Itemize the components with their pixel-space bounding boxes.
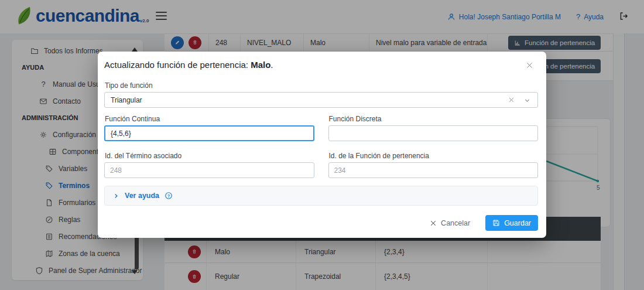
- save-label: Guardar: [504, 219, 531, 227]
- field-funcion-discreta: Función Discreta: [328, 115, 539, 141]
- svg-text:?: ?: [167, 193, 170, 199]
- field-funcion-continua: Función Continua: [104, 115, 314, 141]
- clear-icon[interactable]: [508, 96, 515, 105]
- help-circle-icon: ?: [165, 192, 173, 200]
- field-id-funcion: Id. de la Función de pertenencia: [328, 152, 539, 178]
- field-tipo-de-funcion: Tipo de función Triangular: [104, 81, 538, 108]
- term-id-input[interactable]: [104, 162, 314, 178]
- field-label: Tipo de función: [105, 81, 538, 90]
- update-membership-function-modal: Actualizando función de pertenencia: Mal…: [98, 52, 546, 238]
- field-label: Función Continua: [105, 115, 314, 123]
- cancel-label: Cancelar: [441, 219, 470, 227]
- floppy-icon: [492, 219, 500, 227]
- modal-footer: Cancelar Guardar: [104, 215, 538, 231]
- continuous-function-input[interactable]: [104, 125, 314, 141]
- help-expander[interactable]: Ver ayuda ?: [104, 186, 538, 206]
- chevron-down-icon[interactable]: [523, 97, 531, 106]
- modal-title-prefix: Actualizando función de pertenencia:: [104, 60, 251, 70]
- field-label: Función Discreta: [329, 115, 539, 123]
- field-id-termino: Id. del Término asociado: [104, 152, 314, 178]
- function-type-select[interactable]: Triangular: [104, 92, 538, 108]
- modal-title-suffix: .: [270, 60, 273, 70]
- help-label: Ver ayuda: [125, 192, 159, 200]
- close-icon[interactable]: [525, 60, 535, 72]
- field-label: Id. del Término asociado: [105, 152, 314, 160]
- cancel-button[interactable]: Cancelar: [426, 219, 474, 228]
- discrete-function-input[interactable]: [328, 125, 539, 141]
- modal-title: Actualizando función de pertenencia: Mal…: [104, 60, 538, 70]
- select-value: Triangular: [111, 96, 142, 104]
- field-label: Id. de la Función de pertenencia: [329, 152, 539, 160]
- app-root: cuencandina v2.0 Hola! Joseph Santiago P…: [0, 0, 644, 290]
- save-button[interactable]: Guardar: [485, 215, 538, 231]
- function-id-input[interactable]: [328, 162, 539, 178]
- chevron-right-icon: [113, 193, 119, 199]
- x-icon: [430, 220, 437, 227]
- modal-title-term: Malo: [251, 60, 270, 70]
